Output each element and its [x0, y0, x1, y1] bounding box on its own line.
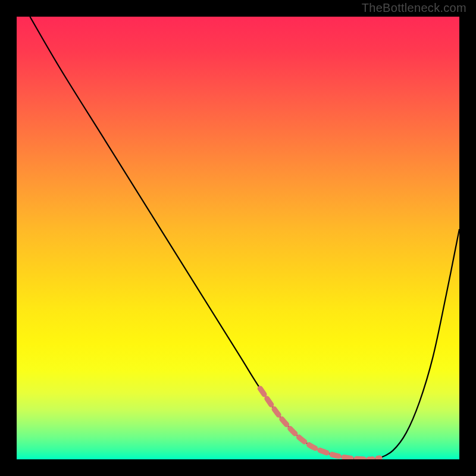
chart-plot-area: [17, 17, 459, 459]
sweet-spot-highlight: [260, 389, 380, 459]
right-curve-line: [371, 229, 459, 459]
chart-svg: [17, 17, 459, 459]
left-curve-line: [30, 17, 371, 459]
watermark-text: TheBottleneck.com: [362, 1, 466, 15]
